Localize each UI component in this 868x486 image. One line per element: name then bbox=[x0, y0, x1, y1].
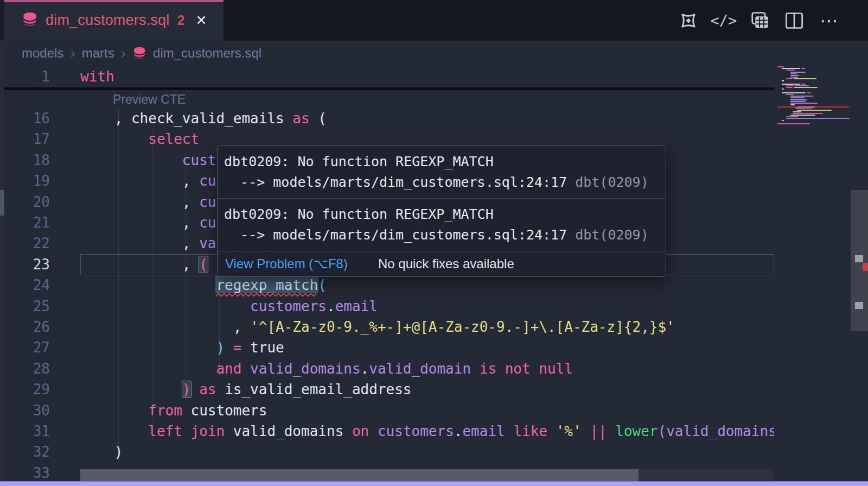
code-text: , va bbox=[80, 233, 216, 254]
more-actions-icon[interactable]: ⋯ bbox=[819, 10, 840, 31]
tab-bar: dim_customers.sql 2 ✕ </> bbox=[4, 0, 868, 41]
tab-filename: dim_customers.sql bbox=[46, 12, 169, 29]
minimap-line bbox=[782, 89, 784, 90]
sticky-scroll-shadow bbox=[4, 87, 774, 90]
code-line[interactable]: 32 ) bbox=[4, 441, 774, 463]
minimap-line bbox=[790, 97, 805, 98]
minimap-line bbox=[782, 120, 784, 121]
minimap-line bbox=[797, 110, 832, 111]
code-line[interactable]: 24 regexp_match( bbox=[4, 275, 774, 296]
line-number[interactable]: 20 bbox=[4, 192, 50, 213]
minimap-line bbox=[777, 66, 784, 67]
line-number[interactable]: 23 bbox=[4, 254, 50, 275]
minimap-line bbox=[790, 104, 795, 105]
problem-location: --> models/marts/dim_customers.sql:24:17… bbox=[224, 225, 659, 245]
breadcrumb-models[interactable]: models bbox=[22, 46, 63, 61]
code-line[interactable]: 27 ) = true bbox=[4, 337, 774, 358]
line-number[interactable]: 1 bbox=[4, 66, 50, 87]
minimap-line bbox=[790, 77, 798, 78]
problem-entry: dbt0209: No function REGEXP_MATCH --> mo… bbox=[218, 199, 666, 251]
horizontal-scrollbar-slider[interactable] bbox=[80, 469, 639, 482]
line-number[interactable]: 28 bbox=[4, 358, 50, 380]
code-line[interactable]: 26 , '^[A-Za-z0-9._%+-]+@[A-Za-z0-9.-]+\… bbox=[4, 317, 774, 338]
line-number[interactable]: 25 bbox=[4, 296, 50, 317]
split-editor-icon[interactable] bbox=[784, 10, 805, 31]
minimap-line bbox=[786, 70, 795, 71]
line-number[interactable]: 22 bbox=[4, 233, 50, 254]
minimap-line bbox=[790, 103, 818, 104]
code-text: ) as is_valid_email_address bbox=[80, 379, 412, 400]
horizontal-scrollbar[interactable] bbox=[80, 469, 774, 482]
editor-actions: </> ⋯ bbox=[678, 0, 840, 41]
code-line[interactable]: 28 and valid_domains.valid_domain is not… bbox=[4, 358, 774, 380]
code-text: , ( bbox=[80, 254, 208, 275]
problem-location: --> models/marts/dim_customers.sql:24:17… bbox=[224, 172, 659, 193]
minimap-line bbox=[793, 111, 801, 112]
database-icon bbox=[22, 12, 38, 29]
minimap-line bbox=[786, 85, 794, 86]
minimap-line bbox=[777, 123, 810, 124]
line-number[interactable]: 19 bbox=[4, 171, 50, 192]
line-number[interactable]: 18 bbox=[4, 150, 50, 171]
problem-message: dbt0209: No function REGEXP_MATCH bbox=[224, 152, 659, 172]
minimap-line bbox=[795, 85, 809, 86]
minimap-line bbox=[782, 92, 806, 93]
code-view-icon[interactable]: </> bbox=[713, 10, 734, 31]
minimap-line bbox=[793, 113, 823, 114]
problem-code: dbt(0209) bbox=[575, 174, 648, 190]
line-number[interactable]: 21 bbox=[4, 212, 50, 233]
minimap-line bbox=[790, 75, 799, 76]
line-number[interactable]: 27 bbox=[4, 337, 50, 358]
code-line[interactable]: 29 ) as is_valid_email_address bbox=[4, 379, 774, 400]
line-number[interactable]: 16 bbox=[4, 108, 50, 129]
dbt-power-user-icon[interactable] bbox=[678, 10, 699, 31]
code-text: with bbox=[80, 66, 114, 87]
chevron-right-icon: › bbox=[121, 48, 126, 59]
minimap-line bbox=[782, 84, 800, 85]
code-text: cust bbox=[80, 150, 216, 171]
code-text: ) = true bbox=[80, 337, 284, 358]
code-text: left join valid_domains on customers.ema… bbox=[80, 421, 774, 442]
code-line[interactable]: 16 , check_valid_emails as ( bbox=[4, 108, 774, 129]
minimap-line bbox=[786, 78, 793, 79]
minimap-line bbox=[786, 94, 794, 95]
problem-message: dbt0209: No function REGEXP_MATCH bbox=[224, 204, 659, 225]
minimap-line bbox=[790, 101, 806, 102]
minimap-line bbox=[795, 108, 812, 109]
line-number[interactable]: 26 bbox=[4, 317, 50, 338]
minimap[interactable] bbox=[774, 65, 851, 486]
code-text: select bbox=[80, 129, 199, 150]
problem-hover-tooltip: dbt0209: No function REGEXP_MATCH --> mo… bbox=[217, 146, 666, 277]
line-number[interactable]: 32 bbox=[4, 441, 50, 463]
line-number[interactable]: 29 bbox=[4, 379, 50, 400]
breadcrumb-file[interactable]: dim_customers.sql bbox=[153, 46, 261, 61]
active-tab-accent bbox=[4, 0, 224, 2]
codelens-preview-cte[interactable]: Preview CTE bbox=[113, 92, 186, 107]
code-text: , cu bbox=[80, 192, 216, 213]
code-text: from customers bbox=[80, 400, 267, 421]
active-tab[interactable]: dim_customers.sql 2 ✕ bbox=[4, 0, 224, 41]
breadcrumb-marts[interactable]: marts bbox=[82, 46, 114, 61]
tooltip-footer: View Problem (⌥F8) No quick fixes availa… bbox=[218, 251, 666, 276]
view-problem-link[interactable]: View Problem (⌥F8) bbox=[225, 256, 348, 272]
minimap-line bbox=[782, 68, 800, 69]
database-icon bbox=[132, 46, 146, 61]
minimap-line bbox=[801, 68, 806, 69]
line-number[interactable]: 17 bbox=[4, 129, 50, 150]
code-line[interactable]: 1with bbox=[4, 66, 774, 87]
line-number[interactable]: 24 bbox=[4, 275, 50, 296]
minimap-line bbox=[794, 78, 816, 79]
minimap-line bbox=[807, 92, 811, 93]
tab-close-icon[interactable]: ✕ bbox=[195, 12, 207, 28]
minimap-line bbox=[790, 73, 797, 74]
code-text: customers.email bbox=[80, 296, 378, 317]
line-number[interactable]: 33 bbox=[4, 463, 50, 484]
code-line[interactable]: 30 from customers bbox=[4, 400, 774, 421]
code-line[interactable]: 31 left join valid_domains on customers.… bbox=[4, 421, 774, 442]
minimap-line bbox=[790, 72, 806, 73]
code-line[interactable]: 25 customers.email bbox=[4, 296, 774, 317]
vertical-scrollbar[interactable] bbox=[851, 65, 868, 486]
line-number[interactable]: 31 bbox=[4, 421, 50, 442]
line-number[interactable]: 30 bbox=[4, 400, 50, 421]
query-results-table-icon[interactable] bbox=[749, 10, 769, 31]
